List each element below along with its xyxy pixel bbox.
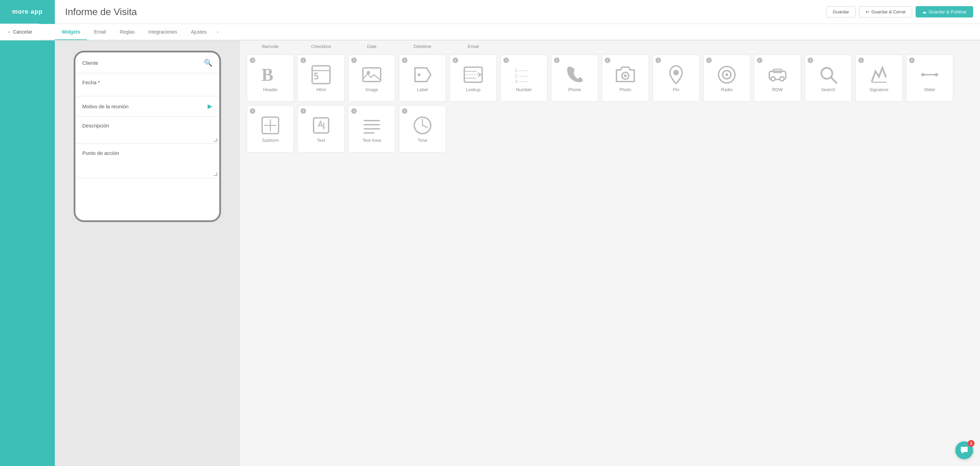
widget-signature[interactable]: i Signature — [855, 54, 902, 102]
radio-icon — [716, 64, 737, 85]
info-slider[interactable]: i — [909, 57, 915, 63]
label-barcode: Barcode — [247, 44, 294, 51]
pin-icon — [666, 64, 686, 85]
textarea-handle — [214, 138, 217, 142]
widget-text[interactable]: i Text — [298, 105, 345, 153]
widget-slider[interactable]: i Slider — [906, 54, 953, 102]
info-text[interactable]: i — [301, 108, 306, 114]
tab-list: Widgets Email Reglas Integraciones Ajust… — [55, 24, 222, 40]
widget-phone-label: Phone — [568, 87, 581, 92]
field-punto: Punto de acción — [75, 144, 219, 178]
textarea-icon — [361, 115, 382, 136]
widget-html[interactable]: i 5 Html — [298, 54, 345, 102]
image-icon — [361, 64, 382, 85]
svg-marker-30 — [933, 73, 937, 77]
widget-time[interactable]: i Time — [399, 105, 446, 153]
field-motivo-label: Motivo de la reunión — [82, 103, 129, 109]
tab-collapse-button[interactable]: ‹ — [213, 24, 222, 40]
svg-text:5: 5 — [313, 71, 319, 81]
widget-grid: i B Header i 5 Html i — [247, 54, 973, 153]
info-lookup[interactable]: i — [453, 57, 458, 63]
svg-point-19 — [725, 73, 728, 76]
info-image[interactable]: i — [351, 57, 357, 63]
svg-rect-4 — [363, 68, 381, 81]
phone-frame: Cliente 🔍 Fecha * Motivo de la reunión ▶… — [74, 51, 221, 222]
svg-point-6 — [418, 73, 420, 76]
info-header[interactable]: i — [250, 57, 255, 63]
field-fecha: Fecha * — [75, 73, 219, 96]
widget-lookup-label: Lookup — [466, 87, 481, 92]
info-photo[interactable]: i — [605, 57, 610, 63]
label-date: Date — [348, 44, 395, 51]
page-title: Informe de Visita — [55, 6, 826, 17]
cancel-button[interactable]: ← Cancelar — [0, 24, 39, 40]
info-search[interactable]: i — [808, 57, 813, 63]
save-close-button[interactable]: ↩ Guardar & Cerrar — [859, 6, 912, 17]
svg-point-16 — [673, 70, 679, 75]
field-cliente-label: Cliente — [82, 60, 99, 66]
header-icon: B — [260, 64, 281, 85]
widget-search[interactable]: i Search — [805, 54, 852, 102]
info-radio[interactable]: i — [706, 57, 712, 63]
lookup-icon — [463, 64, 484, 85]
svg-line-27 — [831, 78, 837, 83]
widget-header-label: Header — [263, 87, 278, 92]
save-close-icon: ↩ — [865, 9, 869, 14]
tab-ajustes[interactable]: Ajustes — [184, 24, 213, 40]
chat-button[interactable]: 2 — [955, 441, 973, 459]
widget-signature-label: Signature — [869, 87, 889, 92]
widget-image-label: Image — [366, 87, 378, 92]
chat-badge: 2 — [968, 440, 975, 447]
info-number[interactable]: i — [503, 57, 509, 63]
svg-point-24 — [781, 78, 783, 80]
info-pin[interactable]: i — [655, 57, 661, 63]
widget-subform[interactable]: i Subform — [247, 105, 294, 153]
widget-rdw-label: RDW — [772, 87, 783, 92]
second-nav: ← Cancelar Widgets Email Reglas Integrac… — [0, 24, 980, 40]
widget-header[interactable]: i B Header — [247, 54, 294, 102]
tab-email[interactable]: Email — [87, 24, 113, 40]
widget-pin[interactable]: i Pin — [652, 54, 700, 102]
widget-radio[interactable]: i Radio — [703, 54, 751, 102]
top-actions: Guardar ↩ Guardar & Cerrar ☁ Guardar & P… — [826, 6, 980, 17]
info-label[interactable]: i — [402, 57, 407, 63]
widget-lookup[interactable]: i Lookup — [450, 54, 497, 102]
label-checkbox: Checkbox — [298, 44, 345, 51]
svg-text:3 ——: 3 —— — [515, 79, 528, 84]
info-textarea[interactable]: i — [351, 108, 357, 114]
widget-area: Barcode Checkbox Date Datetime Email i B… — [240, 40, 980, 466]
widget-textarea[interactable]: i Text Area — [348, 105, 395, 153]
widget-rdw[interactable]: i RDW — [754, 54, 801, 102]
info-rdw[interactable]: i — [757, 57, 762, 63]
save-button[interactable]: Guardar — [826, 6, 856, 17]
signature-icon — [869, 64, 889, 85]
widget-number[interactable]: i 1 —— 2 —— 3 —— Number — [500, 54, 547, 102]
widget-label[interactable]: i Label — [399, 54, 446, 102]
widget-image[interactable]: i Image — [348, 54, 395, 102]
info-html[interactable]: i — [301, 57, 306, 63]
search-icon-phone: 🔍 — [204, 59, 212, 67]
save-publish-button[interactable]: ☁ Guardar & Publicar — [916, 6, 973, 17]
widget-phone[interactable]: i Phone — [551, 54, 598, 102]
widget-photo[interactable]: i Photo — [602, 54, 649, 102]
time-icon — [412, 115, 433, 136]
svg-point-15 — [624, 74, 627, 77]
widget-label-row: Barcode Checkbox Date Datetime Email — [247, 44, 973, 51]
info-time[interactable]: i — [402, 108, 407, 114]
label-email: Email — [450, 44, 497, 51]
cloud-icon: ☁ — [922, 9, 926, 14]
tab-integraciones[interactable]: Integraciones — [142, 24, 184, 40]
info-subform[interactable]: i — [250, 108, 255, 114]
widget-textarea-label: Text Area — [363, 138, 381, 143]
photo-icon — [615, 64, 636, 85]
info-signature[interactable]: i — [858, 57, 864, 63]
tab-widgets[interactable]: Widgets — [55, 24, 87, 40]
field-descripcion-label: Descripción — [82, 122, 109, 129]
svg-text:2 ——: 2 —— — [515, 73, 528, 78]
info-phone[interactable]: i — [554, 57, 560, 63]
widget-label-label: Label — [417, 87, 428, 92]
field-descripcion: Descripción — [75, 116, 219, 144]
widget-search-label: Search — [821, 87, 835, 92]
tab-reglas[interactable]: Reglas — [113, 24, 142, 40]
widget-time-label: Time — [418, 138, 427, 143]
